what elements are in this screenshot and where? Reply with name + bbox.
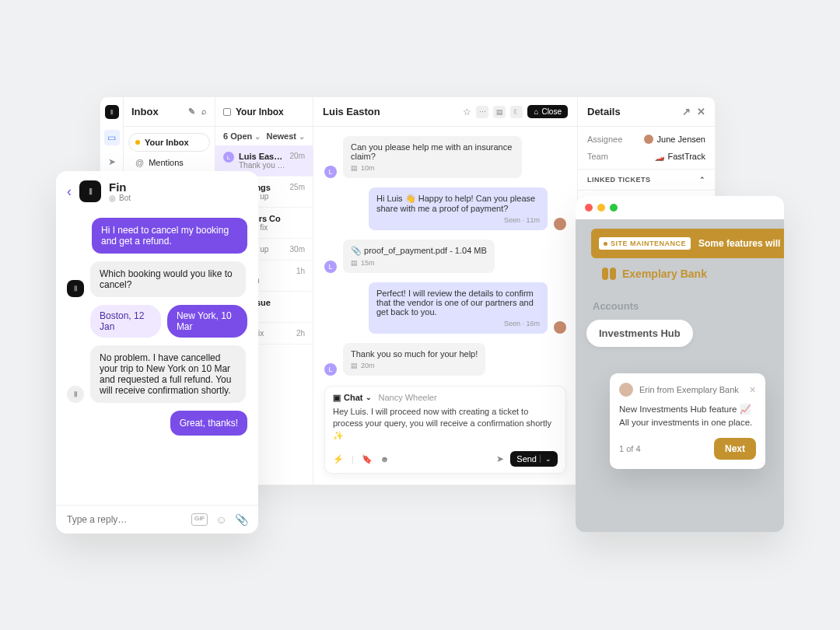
inbox-icon: ▤ bbox=[351, 259, 358, 267]
more-icon[interactable]: ⋯ bbox=[476, 106, 488, 118]
detail-value[interactable]: FastTrack bbox=[668, 152, 706, 161]
chip-option[interactable]: Boston, 12 Jan bbox=[90, 305, 161, 338]
investments-hub-pill[interactable]: Investments Hub bbox=[586, 320, 693, 347]
send-rail-icon[interactable]: ➤ bbox=[107, 156, 117, 167]
detail-key: Team bbox=[587, 152, 608, 161]
inbox-nav-your-inbox[interactable]: Your Inbox bbox=[128, 133, 210, 152]
popup-body: New Investments Hub feature 📈 All your i… bbox=[619, 403, 756, 429]
convo-name: Luis Easton bbox=[239, 152, 285, 161]
close-icon[interactable]: ✕ bbox=[749, 385, 756, 395]
details-body: Assignee June Jensen Team 🏎️ FastTrack bbox=[578, 127, 715, 169]
car-icon: 🏎️ bbox=[655, 152, 664, 161]
app-logo[interactable]: ⦀ bbox=[105, 105, 119, 119]
popup-line2: All your investments in one place. bbox=[619, 416, 756, 429]
message-bubble: Thank you so much for your help!▤20m bbox=[343, 343, 485, 376]
inbox-nav-mentions[interactable]: @ Mentions bbox=[128, 153, 210, 172]
user-avatar: L bbox=[324, 166, 337, 178]
bolt-icon[interactable]: ⚡ bbox=[333, 454, 344, 464]
chat-header: Luis Easton ☆ ⋯ ▤ ☾ ⌂ Close bbox=[313, 97, 577, 127]
composer-draft[interactable]: Hey Luis. I will proceed now with creati… bbox=[333, 406, 558, 442]
maintenance-banner: SITE MAINTENANCE Some features will bbox=[591, 229, 784, 258]
inbox-icon: ▤ bbox=[351, 164, 358, 172]
close-icon[interactable]: ✕ bbox=[697, 106, 705, 117]
emoji-icon[interactable]: ☻ bbox=[380, 454, 390, 464]
at-icon: @ bbox=[135, 158, 144, 167]
chip-option[interactable]: New York, 10 Mar bbox=[167, 305, 247, 338]
message-meta: ▤15m bbox=[351, 259, 487, 267]
popout-icon[interactable]: ↗ bbox=[682, 106, 691, 117]
archive-icon[interactable]: ▤ bbox=[493, 106, 506, 118]
bot-avatar: ⦀ bbox=[67, 280, 84, 297]
fin-footer: GIF ☺ 📎 bbox=[56, 505, 258, 534]
fin-body: Hi I need to cancel my booking and get a… bbox=[56, 212, 258, 505]
open-filter[interactable]: 6 Open bbox=[223, 131, 261, 141]
chat-title: Luis Easton bbox=[323, 106, 380, 117]
bot-avatar: ⦀ bbox=[67, 386, 84, 403]
close-button[interactable]: ⌂ Close bbox=[527, 105, 568, 118]
traffic-zoom-icon[interactable] bbox=[610, 204, 618, 212]
send-plane-icon[interactable]: ➤ bbox=[496, 453, 504, 464]
banner-text: Some features will bbox=[698, 238, 780, 249]
chat-actions: ☆ ⋯ ▤ ☾ ⌂ Close bbox=[463, 105, 568, 118]
search-icon[interactable]: ⌕ bbox=[201, 107, 207, 117]
convo-time: 30m bbox=[290, 245, 305, 254]
fin-name: Fin bbox=[109, 180, 131, 194]
traffic-minimize-icon[interactable] bbox=[597, 204, 605, 212]
fin-logo: ⦀ bbox=[79, 180, 101, 202]
panel-icon bbox=[223, 108, 231, 116]
linked-tickets-header[interactable]: LINKED TICKETS ⌃ bbox=[578, 169, 715, 191]
message-row: Perfect! I will review the details to co… bbox=[324, 282, 566, 334]
convo-header: Your Inbox bbox=[215, 97, 313, 127]
popup-footer: 1 of 4 Next bbox=[619, 438, 756, 460]
inbox-icon: ▤ bbox=[351, 362, 358, 369]
avatar-icon bbox=[619, 383, 633, 397]
archive-box-icon: ⌂ bbox=[534, 107, 538, 116]
next-button[interactable]: Next bbox=[714, 438, 756, 460]
message-row: L📎 proof_of_payment.pdf - 1.04 MB▤15m bbox=[324, 240, 566, 273]
fin-header: ‹ ⦀ Fin ◎ Bot bbox=[56, 171, 258, 212]
bookmark-icon[interactable]: 🔖 bbox=[362, 454, 373, 464]
agent-avatar bbox=[554, 218, 566, 230]
paperclip-icon: 📎 bbox=[351, 246, 364, 255]
popup-header: Erin from Exemplary Bank ✕ bbox=[619, 383, 756, 397]
reply-input[interactable] bbox=[67, 514, 184, 525]
avatar-icon: L bbox=[223, 152, 234, 163]
star-icon[interactable]: ☆ bbox=[463, 107, 471, 117]
convo-title: Your Inbox bbox=[236, 107, 284, 117]
bot-message: Which booking would you like to cancel? bbox=[90, 261, 246, 297]
chat-bubble-icon: ▣ bbox=[333, 393, 341, 403]
bank-brand: Exemplary Bank bbox=[602, 268, 784, 280]
chevron-down-icon: ⌄ bbox=[366, 394, 372, 401]
chat-panel: Luis Easton ☆ ⋯ ▤ ☾ ⌂ Close LCan you ple… bbox=[313, 97, 578, 485]
message-meta: Seen · 11m bbox=[376, 216, 540, 224]
snooze-icon[interactable]: ☾ bbox=[510, 106, 523, 118]
sort-filter[interactable]: Newest bbox=[266, 131, 305, 141]
bank-window: SITE MAINTENANCE Some features will Exem… bbox=[576, 196, 784, 532]
popup-from: Erin from Exemplary Bank bbox=[639, 385, 739, 394]
message-row: Hi Luis 👋 Happy to help! Can you please … bbox=[324, 187, 566, 230]
message-meta: ▤20m bbox=[351, 362, 478, 369]
send-button[interactable]: Send ⌄ bbox=[510, 451, 558, 467]
accounts-section-title: Accounts bbox=[593, 300, 784, 312]
traffic-close-icon[interactable] bbox=[585, 204, 593, 212]
detail-value[interactable]: June Jensen bbox=[657, 135, 705, 144]
message-bubble: Perfect! I will review the details to co… bbox=[369, 282, 548, 334]
chevron-up-icon: ⌃ bbox=[699, 176, 706, 184]
send-label: Send bbox=[516, 454, 537, 464]
inbox-rail-icon[interactable]: ▭ bbox=[104, 130, 120, 145]
bank-logo-icon bbox=[602, 268, 616, 280]
nav-label: Your Inbox bbox=[145, 138, 189, 147]
chip-row: Boston, 12 JanNew York, 10 Mar bbox=[90, 305, 247, 338]
composer: ▣ Chat ⌄ Nancy Wheeler Hey Luis. I will … bbox=[324, 386, 566, 474]
inbox-title: Inbox bbox=[131, 106, 159, 117]
linked-title: LINKED TICKETS bbox=[587, 176, 651, 184]
emoji-icon[interactable]: ☺ bbox=[215, 513, 226, 526]
compose-icon[interactable]: ✎ bbox=[188, 107, 195, 117]
attachment-icon[interactable]: 📎 bbox=[235, 513, 248, 526]
user-message: Great, thanks! bbox=[170, 411, 247, 436]
message-row: LThank you so much for your help!▤20m bbox=[324, 343, 566, 376]
back-icon[interactable]: ‹ bbox=[67, 184, 72, 200]
popup-page: 1 of 4 bbox=[619, 444, 641, 453]
gif-icon[interactable]: GIF bbox=[191, 513, 208, 526]
composer-type[interactable]: ▣ Chat ⌄ bbox=[333, 393, 372, 403]
